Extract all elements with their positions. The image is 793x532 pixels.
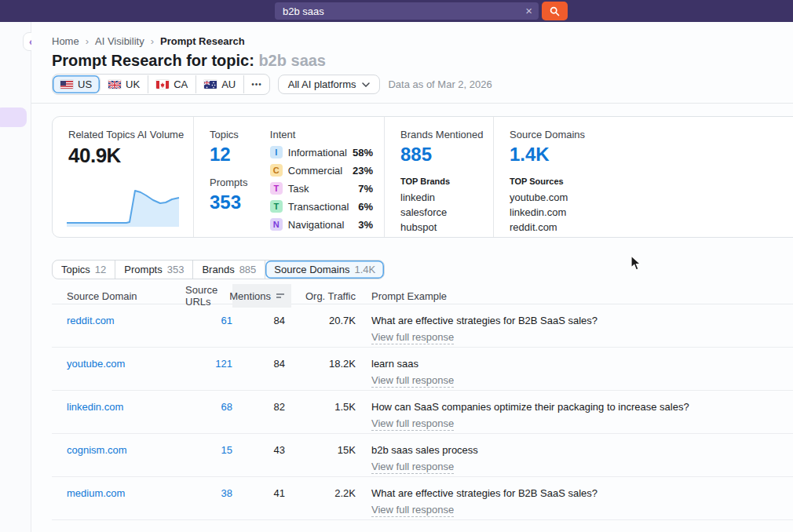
tab-label: Topics <box>61 264 90 275</box>
prompt-example-text: What are effective strategies for B2B Sa… <box>371 487 793 499</box>
breadcrumb: Home › AI Visibility › Prompt Research <box>52 35 245 47</box>
intent-name: Commercial <box>288 165 347 177</box>
domain-link[interactable]: youtube.com <box>67 358 125 370</box>
search-button[interactable] <box>542 2 568 20</box>
breadcrumb-home[interactable]: Home <box>52 35 79 47</box>
top-brand-item: salesforce <box>400 205 493 220</box>
topics-value: 12 <box>210 144 270 166</box>
source-urls-value[interactable]: 121 <box>215 358 232 370</box>
top-bar: × <box>0 0 793 22</box>
ai-volume-sparkline <box>67 181 180 229</box>
summary-stats-card: Related Topics AI Volume 40.9K Topics 12… <box>52 116 793 238</box>
country-label: CA <box>174 78 188 90</box>
country-label: AU <box>221 78 236 90</box>
tab-label: Source Domains <box>274 264 349 275</box>
breadcrumb-current: Prompt Research <box>160 35 245 47</box>
tab-topics[interactable]: Topics 12 <box>53 261 115 279</box>
intent-label: Intent <box>270 129 373 140</box>
country-selector: US UK <box>52 74 270 95</box>
country-tab-ca[interactable]: CA <box>148 75 196 93</box>
brands-value: 885 <box>400 144 493 166</box>
uk-flag-icon <box>108 80 121 89</box>
org-traffic-value: 15K <box>291 434 356 456</box>
main-content: Home › AI Visibility › Prompt Research P… <box>31 22 793 532</box>
top-brand-item: hubspot <box>400 220 493 235</box>
top-source-item: youtube.com <box>510 190 793 205</box>
table-row: linkedin.com 68 82 1.5K How can SaaS com… <box>52 391 793 434</box>
breadcrumb-ai-visibility[interactable]: AI Visibility <box>95 35 144 47</box>
breadcrumb-separator: › <box>151 35 154 47</box>
top-sources-label: TOP Sources <box>510 177 793 186</box>
view-full-response-link[interactable]: View full response <box>371 417 454 431</box>
ai-volume-value: 40.9K <box>68 144 193 168</box>
topics-prompts-block: Topics 12 Prompts 353 <box>210 129 270 237</box>
country-label: US <box>78 78 92 90</box>
transactional-badge-icon: T <box>270 200 283 213</box>
navigational-badge-icon: N <box>270 218 283 231</box>
source-urls-value[interactable]: 15 <box>221 444 232 456</box>
intent-row-commercial: C Commercial 23% <box>270 164 373 177</box>
country-tab-uk[interactable]: UK <box>100 75 148 93</box>
global-search[interactable]: × <box>275 2 539 20</box>
search-input[interactable] <box>275 5 519 17</box>
top-source-item: linkedin.com <box>510 205 793 220</box>
sources-value: 1.4K <box>510 144 793 166</box>
au-flag-icon <box>204 80 217 89</box>
intent-row-task: T Task 7% <box>270 182 373 195</box>
prompt-example-text: b2b saas sales process <box>371 444 793 456</box>
intent-name: Task <box>288 183 353 195</box>
org-traffic-value: 2.2K <box>291 477 356 499</box>
country-tab-au[interactable]: AU <box>196 75 244 93</box>
top-source-item: reddit.com <box>510 220 793 235</box>
sidebar-active-item[interactable] <box>0 107 27 127</box>
brands-label: Brands Mentioned <box>400 129 493 140</box>
tab-brands[interactable]: Brands 885 <box>193 261 265 279</box>
more-countries-button[interactable]: ••• <box>244 75 269 94</box>
domain-link[interactable]: cognism.com <box>67 444 127 456</box>
domain-link[interactable]: reddit.com <box>67 315 115 326</box>
result-tabs: Topics 12 Prompts 353 Brands 885 Source … <box>52 260 385 279</box>
prompt-example-text: What are effective strategies for B2B Sa… <box>371 315 793 326</box>
source-urls-value[interactable]: 38 <box>221 487 232 499</box>
source-urls-value[interactable]: 68 <box>221 401 232 413</box>
intent-row-informational: I Informational 58% <box>270 146 373 159</box>
ca-flag-icon <box>156 80 169 89</box>
domain-link[interactable]: linkedin.com <box>67 401 123 413</box>
source-domains-column: Source Domains 1.4K TOP Sources youtube.… <box>493 117 793 237</box>
prompt-example-text: How can SaaS companies optimize their pa… <box>371 401 793 413</box>
source-urls-value[interactable]: 61 <box>221 315 232 326</box>
table-row: reddit.com 61 84 20.7K What are effectiv… <box>52 304 793 348</box>
intent-name: Navigational <box>288 219 353 231</box>
brands-mentioned-column: Brands Mentioned 885 TOP Brands linkedin… <box>384 117 493 237</box>
search-icon <box>550 6 560 16</box>
intent-percent: 3% <box>358 219 373 231</box>
view-full-response-link[interactable]: View full response <box>371 374 454 388</box>
country-label: UK <box>126 78 140 90</box>
clear-search-icon[interactable]: × <box>519 2 539 20</box>
mentions-value: 82 <box>232 391 291 413</box>
intent-name: Informational <box>288 147 347 159</box>
breadcrumb-separator: › <box>86 35 89 47</box>
view-full-response-link[interactable]: View full response <box>371 461 454 474</box>
table-row: cognism.com 15 43 15K b2b saas sales pro… <box>52 434 793 477</box>
tab-count: 885 <box>239 264 257 275</box>
intent-percent: 58% <box>353 147 373 159</box>
view-full-response-link[interactable]: View full response <box>371 504 454 517</box>
tab-source-domains[interactable]: Source Domains 1.4K <box>265 261 384 279</box>
country-tab-us[interactable]: US <box>53 75 100 93</box>
mentions-value: 84 <box>232 348 291 370</box>
page-title-topic: b2b saas <box>258 52 326 69</box>
us-flag-icon <box>60 80 73 89</box>
tab-count: 1.4K <box>354 264 375 275</box>
tab-count: 12 <box>95 264 106 275</box>
top-brand-item: linkedin <box>400 190 493 205</box>
domain-link[interactable]: medium.com <box>67 487 125 499</box>
intent-block: Intent I Informational 58% C Commercial … <box>270 129 384 237</box>
view-full-response-link[interactable]: View full response <box>371 331 454 344</box>
ai-platform-dropdown[interactable]: All AI platforms <box>278 75 381 94</box>
tab-prompts[interactable]: Prompts 353 <box>115 261 193 279</box>
prompt-example-text: learn saas <box>371 358 793 370</box>
informational-badge-icon: I <box>270 146 283 159</box>
prompts-value: 353 <box>210 191 270 213</box>
ai-volume-column: Related Topics AI Volume 40.9K <box>53 117 193 237</box>
